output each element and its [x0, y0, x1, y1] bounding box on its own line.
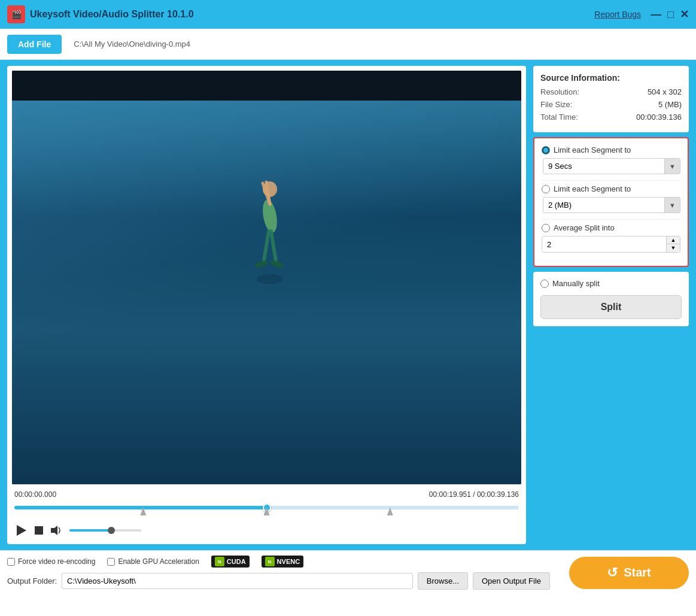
option-group-time: Limit each Segment to 9 Secs 5 Secs 10 S…	[542, 145, 680, 174]
divider-2	[542, 219, 680, 220]
manually-split-label: Manually split	[552, 279, 600, 288]
title-bar-left: 🎬 Ukeysoft Video/Audio Splitter 10.1.0	[7, 5, 194, 23]
nvidia-logo-nvenc: N	[265, 557, 275, 566]
option1-label: Limit each Segment to	[554, 145, 631, 154]
start-button[interactable]: ↺ Start	[569, 557, 689, 589]
progress-container[interactable]	[12, 505, 521, 517]
video-underwater-bg	[12, 101, 521, 484]
nvenc-label: NVENC	[277, 558, 300, 565]
right-panel: Source Information: Resolution: 504 x 30…	[533, 66, 689, 544]
time-display-row: 00:00:00.000 00:00:19.951 / 00:00:39.136	[12, 489, 521, 500]
filesize-value: 5 (MB)	[658, 100, 682, 109]
totaltime-value: 00:00:39.136	[636, 113, 682, 122]
manually-split-row: Manually split	[540, 279, 682, 288]
time-start: 00:00:00.000	[14, 490, 56, 499]
video-container	[12, 71, 521, 484]
volume-fill	[69, 529, 109, 532]
resolution-label: Resolution:	[540, 87, 579, 96]
svg-line-5	[271, 231, 276, 261]
option2-row: Limit each Segment to	[542, 184, 680, 193]
bottom-left: Force video re-encoding Enable GPU Accel…	[7, 556, 550, 590]
option1-select-wrapper: 9 Secs 5 Secs 10 Secs 15 Secs 30 Secs ▼	[543, 158, 680, 174]
svg-rect-10	[35, 526, 43, 535]
filesize-label: File Size:	[540, 100, 572, 109]
option3-spinner-group: ▲ ▼	[542, 236, 680, 253]
source-info-panel: Source Information: Resolution: 504 x 30…	[533, 66, 689, 132]
force-encoding-label: Force video re-encoding	[18, 557, 95, 566]
output-folder-label: Output Folder:	[7, 576, 57, 585]
player-controls	[12, 521, 521, 539]
option2-radio[interactable]	[542, 185, 550, 193]
play-button[interactable]	[14, 524, 28, 537]
minimize-button[interactable]: —	[651, 9, 661, 20]
segment-markers	[14, 512, 519, 515]
file-path-display: C:\All My Video\One\diving-0.mp4	[74, 40, 190, 48]
option2-select[interactable]: 2 (MB) 5 (MB) 10 (MB) 50 (MB)	[543, 198, 664, 213]
volume-button[interactable]	[50, 525, 63, 536]
bottom-bar: Force video re-encoding Enable GPU Accel…	[0, 550, 696, 616]
manually-split-radio[interactable]	[540, 280, 549, 288]
title-bar: 🎬 Ukeysoft Video/Audio Splitter 10.1.0 R…	[0, 0, 696, 29]
checkboxes-row: Force video re-encoding Enable GPU Accel…	[7, 556, 550, 568]
volume-thumb[interactable]	[108, 527, 115, 534]
option1-radio[interactable]	[542, 146, 550, 154]
spinner-down-button[interactable]: ▼	[667, 244, 680, 252]
cuda-label: CUDA	[227, 558, 246, 565]
split-button[interactable]: Split	[540, 295, 682, 319]
option3-spinner-buttons: ▲ ▼	[666, 236, 680, 252]
start-label: Start	[624, 566, 651, 579]
output-path-input[interactable]	[62, 573, 413, 589]
add-file-button[interactable]: Add File	[7, 35, 62, 54]
totaltime-row: Total Time: 00:00:39.136	[540, 113, 682, 122]
source-info-title: Source Information:	[540, 73, 682, 83]
divider-1	[542, 180, 680, 181]
option3-spinner-input[interactable]	[542, 237, 666, 252]
svg-point-6	[254, 259, 269, 269]
video-panel: 00:00:00.000 00:00:19.951 / 00:00:39.136	[7, 66, 526, 544]
main-content: 00:00:00.000 00:00:19.951 / 00:00:39.136	[0, 60, 696, 550]
nvidia-logo-cuda: N	[215, 557, 224, 566]
browse-button[interactable]: Browse...	[418, 572, 468, 590]
option1-row: Limit each Segment to	[542, 145, 680, 154]
window-controls: — □ ✕	[651, 9, 689, 20]
bottom-right: ↺ Start	[557, 556, 689, 590]
time-current: 00:00:19.951 / 00:00:39.136	[429, 490, 519, 499]
open-output-button[interactable]: Open Output File	[473, 572, 550, 590]
nvenc-badge: N NVENC	[262, 556, 304, 568]
title-bar-right: Report Bugs — □ ✕	[594, 9, 689, 20]
output-row: Output Folder: Browse... Open Output Fil…	[7, 572, 550, 590]
app-icon: 🎬	[7, 5, 25, 23]
gpu-acceleration-checkbox-label[interactable]: Enable GPU Acceleration	[107, 557, 199, 566]
app-title: Ukeysoft Video/Audio Splitter 10.1.0	[30, 9, 194, 20]
option-group-avg: Average Split into ▲ ▼	[542, 223, 680, 253]
option3-radio[interactable]	[542, 224, 550, 232]
svg-point-8	[257, 274, 283, 284]
resolution-value: 504 x 302	[648, 87, 682, 96]
force-encoding-checkbox-label[interactable]: Force video re-encoding	[7, 557, 95, 566]
volume-icon	[50, 525, 63, 536]
stop-button[interactable]	[34, 525, 44, 536]
maximize-button[interactable]: □	[667, 9, 674, 20]
spinner-up-button[interactable]: ▲	[667, 236, 680, 244]
swimmer-figure	[246, 177, 294, 297]
svg-marker-9	[17, 525, 26, 536]
option2-dropdown-arrow: ▼	[664, 198, 680, 213]
manually-split-section: Manually split Split	[533, 272, 689, 326]
option3-row: Average Split into	[542, 223, 680, 232]
cuda-badge: N CUDA	[211, 556, 250, 568]
split-options-panel: Limit each Segment to 9 Secs 5 Secs 10 S…	[533, 137, 689, 267]
filesize-row: File Size: 5 (MB)	[540, 100, 682, 109]
video-top-bar	[12, 71, 521, 101]
resolution-row: Resolution: 504 x 302	[540, 87, 682, 96]
toolbar: Add File C:\All My Video\One\diving-0.mp…	[0, 29, 696, 60]
close-button[interactable]: ✕	[680, 9, 689, 20]
play-icon	[14, 524, 28, 537]
report-bugs-link[interactable]: Report Bugs	[594, 10, 641, 19]
option1-dropdown-arrow: ▼	[664, 159, 680, 174]
volume-slider[interactable]	[69, 529, 141, 532]
force-encoding-checkbox[interactable]	[7, 558, 15, 566]
gpu-acceleration-label: Enable GPU Acceleration	[118, 557, 199, 566]
start-icon: ↺	[607, 565, 618, 581]
option1-select[interactable]: 9 Secs 5 Secs 10 Secs 15 Secs 30 Secs	[543, 159, 664, 174]
gpu-acceleration-checkbox[interactable]	[107, 558, 115, 566]
